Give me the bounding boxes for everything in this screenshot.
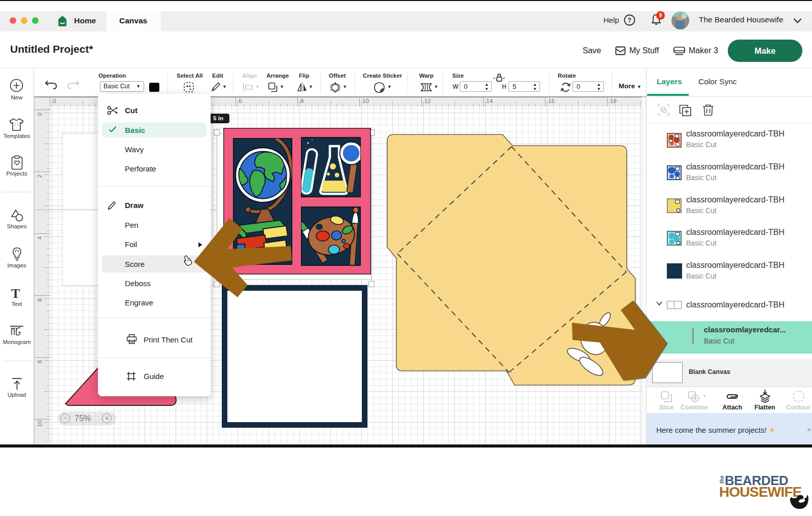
- svg-text:?: ?: [628, 17, 631, 24]
